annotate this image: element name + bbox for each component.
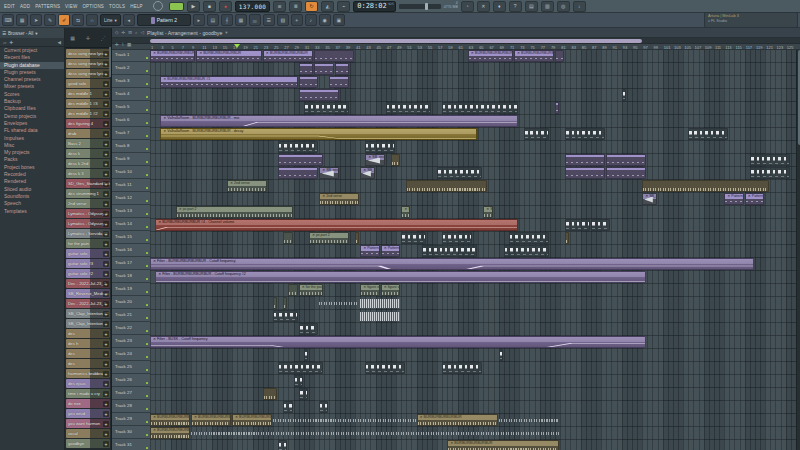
- add-to-playlist-icon[interactable]: +: [103, 91, 109, 97]
- detach-icon[interactable]: ◇: [115, 30, 118, 35]
- picker-scrollbar[interactable]: [109, 47, 111, 77]
- master-volume-slider[interactable]: [399, 4, 441, 9]
- track-mute-led[interactable]: [146, 421, 149, 424]
- picker-item[interactable]: guitar solo+: [66, 249, 110, 258]
- add-to-playlist-icon[interactable]: +: [103, 431, 109, 437]
- add-to-playlist-icon[interactable]: +: [103, 391, 109, 397]
- clip-notes[interactable]: [304, 349, 308, 361]
- clip-pat2[interactable]: [314, 63, 334, 75]
- clip-wave[interactable]: [499, 414, 560, 426]
- clip-wavedense[interactable]: [360, 297, 400, 309]
- picker-item[interactable]: des+: [66, 349, 110, 358]
- clip-notes[interactable]: [750, 167, 790, 179]
- clip-notes[interactable]: [750, 154, 790, 166]
- playhead-marker[interactable]: [234, 44, 240, 48]
- play-button[interactable]: ▶: [187, 1, 200, 12]
- add-to-playlist-icon[interactable]: +: [103, 181, 109, 187]
- clip-notes[interactable]: [622, 89, 626, 101]
- marker-icon[interactable]: ⊞: [128, 30, 132, 35]
- clip-pat[interactable]: ✕ BURBURBURBURBUR: [196, 50, 262, 62]
- picker-item[interactable]: time i made u cry+: [66, 389, 110, 398]
- clip-pat[interactable]: ✕ BURBURBURBURBUR #1: [160, 76, 297, 88]
- clip-pat2[interactable]: [299, 89, 339, 101]
- track-mute-led[interactable]: [146, 291, 149, 294]
- track-mute-led[interactable]: [146, 135, 149, 138]
- browser-item[interactable]: Soundfonts: [0, 193, 64, 200]
- add-to-playlist-icon[interactable]: +: [103, 371, 109, 377]
- clip-pat2[interactable]: [335, 63, 349, 75]
- clip-notes[interactable]: [442, 102, 518, 114]
- clip-notes[interactable]: [294, 375, 303, 387]
- render-icon[interactable]: ▣: [333, 14, 345, 26]
- clip-sbtri[interactable]: ✕ SB_rev: [642, 193, 656, 205]
- add-to-playlist-icon[interactable]: +: [103, 291, 109, 297]
- track-header[interactable]: Track 8: [112, 141, 150, 153]
- track-mute-led[interactable]: [146, 278, 149, 281]
- track-header[interactable]: Track 11: [112, 180, 150, 192]
- playlist-vscrollbar[interactable]: [796, 50, 800, 450]
- track-mute-led[interactable]: [146, 395, 149, 398]
- add-to-playlist-icon[interactable]: +: [103, 351, 109, 357]
- clip-gray[interactable]: ✕ 2nd verse: [227, 180, 267, 192]
- clip-pat2[interactable]: [565, 167, 605, 179]
- menu-icon[interactable]: ☰: [2, 31, 6, 36]
- clip-pat2[interactable]: ✕ Pattern 2: [360, 245, 380, 257]
- track-header[interactable]: Track 7: [112, 128, 150, 140]
- track-header[interactable]: Track 1: [112, 50, 150, 62]
- browser-item[interactable]: Envelopes: [0, 120, 64, 127]
- clip-notes[interactable]: [504, 245, 549, 257]
- song-mode-icon[interactable]: ≣: [289, 1, 302, 12]
- clip-pat2[interactable]: [606, 154, 646, 166]
- clip-pat2[interactable]: [555, 102, 559, 114]
- clip-notes[interactable]: [509, 232, 549, 244]
- pencil-tool-icon[interactable]: ✎: [44, 14, 56, 26]
- slip-tool-icon[interactable]: ⇆: [72, 14, 84, 26]
- picker-item[interactable]: des strumming 1+: [66, 189, 110, 198]
- clip-notes[interactable]: [319, 401, 328, 413]
- one-click-audio-icon[interactable]: ◉: [319, 14, 331, 26]
- picker-item[interactable]: des h+: [66, 339, 110, 348]
- track-header[interactable]: Track 28: [112, 401, 150, 413]
- clip-gray[interactable]: [288, 284, 297, 296]
- track-mute-led[interactable]: [146, 70, 149, 73]
- clip-audio[interactable]: [406, 180, 487, 192]
- add-to-playlist-icon[interactable]: +: [103, 301, 109, 307]
- clip-pat2[interactable]: [299, 76, 319, 88]
- clip-notes[interactable]: [365, 141, 395, 153]
- picker-item[interactable]: you wrud+: [66, 409, 110, 418]
- track-header[interactable]: Track 6: [112, 115, 150, 127]
- clip-audio[interactable]: [355, 232, 359, 244]
- track-mute-led[interactable]: [146, 252, 149, 255]
- clip-auto[interactable]: ✕ Filter - BURBURBURBURBUR - Cutoff freq…: [155, 271, 646, 283]
- track-header[interactable]: Track 15: [112, 232, 150, 244]
- clip-auto[interactable]: ✕ ValhallaRoom - BURBURBURBURBUR - mix: [160, 115, 518, 127]
- star-icon[interactable]: ✚: [9, 40, 13, 45]
- track-mute-led[interactable]: [146, 122, 149, 125]
- clip-pat[interactable]: ✕ BURBURBURBURBUR: [150, 50, 195, 62]
- track-header[interactable]: Track 10: [112, 167, 150, 179]
- pattern-next-button[interactable]: ▸: [193, 14, 205, 26]
- picker-item[interactable]: 2nd verse+: [66, 199, 110, 208]
- clip-audio[interactable]: [391, 154, 400, 166]
- browser-title[interactable]: Browser - All: [8, 31, 33, 36]
- track-header[interactable]: Track 4: [112, 89, 150, 101]
- clip-pat2[interactable]: [329, 76, 349, 88]
- browser-item[interactable]: Misc: [0, 142, 64, 149]
- playlist-grid[interactable]: ✕ BURBURBURBURBUR✕ BURBURBURBURBUR✕ BURB…: [150, 50, 796, 450]
- add-to-playlist-icon[interactable]: +: [103, 201, 109, 207]
- browser-item[interactable]: Rendered: [0, 178, 64, 185]
- clip-notes[interactable]: [442, 362, 482, 374]
- clip-pat2[interactable]: ✕ Pattern 2: [745, 193, 765, 205]
- browser-item[interactable]: Templates: [0, 208, 64, 215]
- clip-notes[interactable]: [442, 232, 472, 244]
- clip-pat2[interactable]: ✕ Pattern 2: [724, 193, 744, 205]
- loop-record-icon[interactable]: ↻: [305, 1, 318, 12]
- add-to-playlist-icon[interactable]: +: [103, 381, 109, 387]
- browser-item[interactable]: Project bones: [0, 164, 64, 171]
- clip-notes[interactable]: [278, 362, 323, 374]
- track-header[interactable]: Track 25: [112, 362, 150, 374]
- add-to-playlist-icon[interactable]: +: [103, 341, 109, 347]
- add-to-playlist-icon[interactable]: +: [103, 161, 109, 167]
- add-to-playlist-icon[interactable]: +: [103, 151, 109, 157]
- menu-item-view[interactable]: VIEW: [65, 4, 77, 9]
